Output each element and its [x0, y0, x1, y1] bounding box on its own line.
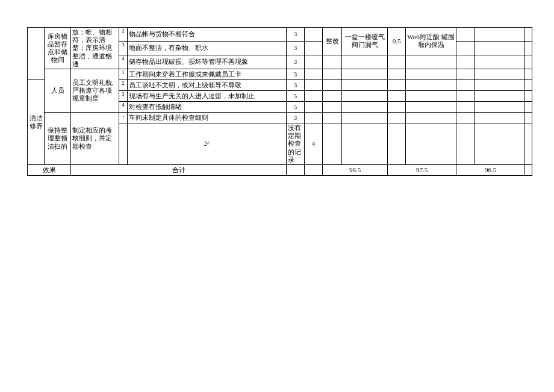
empty	[323, 90, 342, 101]
desc-cell: 没有定期检查的记录	[287, 123, 305, 164]
empty	[475, 90, 525, 101]
empty	[456, 69, 475, 79]
remark-cell: 一盆一楼暖气阀门漏气	[342, 28, 388, 55]
sub-cell: 库房物品暂存 点和储物间	[45, 28, 71, 69]
empty	[525, 164, 532, 175]
desc-cell: 员工谈吐不文明，或对上级领导不尊敬	[128, 79, 287, 90]
empty	[525, 28, 532, 42]
empty	[342, 90, 388, 101]
empty	[305, 41, 323, 55]
empty	[342, 55, 388, 69]
empty	[406, 69, 456, 79]
score-cell: 3	[287, 79, 305, 90]
footer-score-2: 97.5	[388, 164, 456, 175]
idx-cell: 4	[119, 55, 128, 69]
remark-cell-2: Wo6附近酸 罐围堰内保温	[406, 28, 456, 55]
table-row: 库房物品暂存 点和储物间 放；帐、物相符，表示清楚；库房环境整洁，通道畅通 2 …	[28, 28, 532, 42]
empty	[456, 41, 475, 55]
empty	[388, 101, 406, 112]
empty	[342, 112, 388, 123]
empty	[342, 101, 388, 112]
empty	[119, 123, 128, 164]
empty	[525, 112, 532, 123]
inspection-table: 库房物品暂存 点和储物间 放；帐、物相符，表示清楚；库房环境整洁，通道畅通 2 …	[27, 27, 532, 176]
idx-cell: 2	[119, 79, 128, 90]
desc-cell: 储存物品出现破损、损坏等管理不善现象	[128, 55, 287, 69]
score-cell: 5	[287, 101, 305, 112]
empty	[406, 79, 456, 90]
empty	[475, 123, 525, 164]
empty	[305, 79, 323, 90]
empty	[456, 90, 475, 101]
idx-cell: 2^	[128, 123, 287, 164]
score-cell: 3	[287, 69, 305, 79]
footer-score-1: 98.5	[323, 164, 388, 175]
sub-cell: 保持整理整顿清扫的	[45, 112, 71, 164]
empty	[525, 69, 532, 79]
empty	[388, 90, 406, 101]
std-cell: 员工文明礼貌,严格遵守各项规章制度	[71, 69, 119, 112]
empty	[406, 55, 456, 69]
empty	[388, 79, 406, 90]
empty	[342, 123, 388, 164]
section-cell: 清洁修养	[28, 79, 45, 164]
empty	[475, 79, 525, 90]
empty	[305, 90, 323, 101]
empty	[305, 112, 323, 123]
table-row: 保持整理整顿清扫的 制定相应的考核细则，并定期检查 ： 车间未制定具体的检查细则…	[28, 112, 532, 123]
empty	[323, 69, 342, 79]
desc-cell: 地面不整洁，有杂物、积水	[128, 41, 287, 55]
val-cell: 0.5	[388, 28, 406, 55]
empty	[305, 164, 323, 175]
score-cell: 5	[287, 90, 305, 101]
idx-cell: 4	[119, 101, 128, 112]
empty	[342, 79, 388, 90]
empty	[456, 101, 475, 112]
std-cell: 制定相应的考核细则，并定期检查	[71, 112, 119, 164]
empty	[456, 123, 475, 164]
score-cell: 3	[287, 55, 305, 69]
empty	[475, 112, 525, 123]
empty	[406, 101, 456, 112]
desc-cell: 对检查有抵触情绪	[128, 101, 287, 112]
score-cell: 3	[287, 41, 305, 55]
empty	[525, 101, 532, 112]
empty	[323, 79, 342, 90]
empty	[456, 28, 475, 42]
empty	[525, 55, 532, 69]
empty	[388, 69, 406, 79]
empty	[305, 28, 323, 42]
footer-score-3: 96.5	[456, 164, 525, 175]
empty	[388, 112, 406, 123]
desc-cell: 现场有与生产无关的人进入逗留，未加制止	[128, 90, 287, 101]
footer-label: 效果	[28, 164, 71, 175]
empty	[525, 79, 532, 90]
empty	[456, 112, 475, 123]
desc-cell: 工作期间未穿着工作服或未佩戴员工卡	[128, 69, 287, 79]
empty	[475, 28, 525, 42]
empty	[406, 123, 456, 164]
table-row-footer: 效果 合计 98.5 97.5 96.5	[28, 164, 532, 175]
empty	[525, 123, 532, 164]
score-cell: 4	[305, 123, 323, 164]
empty	[525, 90, 532, 101]
empty	[475, 41, 525, 55]
idx-cell: 2	[119, 28, 128, 42]
empty	[388, 123, 406, 164]
empty	[388, 55, 406, 69]
section-cell	[28, 28, 45, 80]
empty	[287, 164, 305, 175]
empty	[456, 55, 475, 69]
score-cell: 3	[287, 112, 305, 123]
empty	[525, 41, 532, 55]
empty	[305, 69, 323, 79]
empty	[475, 69, 525, 79]
empty	[475, 101, 525, 112]
empty	[323, 112, 342, 123]
empty	[305, 55, 323, 69]
desc-cell: 车间未制定具体的检查细则	[128, 112, 287, 123]
idx-cell: 3	[119, 90, 128, 101]
empty	[342, 69, 388, 79]
idx-cell: ：	[119, 112, 128, 123]
empty	[406, 90, 456, 101]
